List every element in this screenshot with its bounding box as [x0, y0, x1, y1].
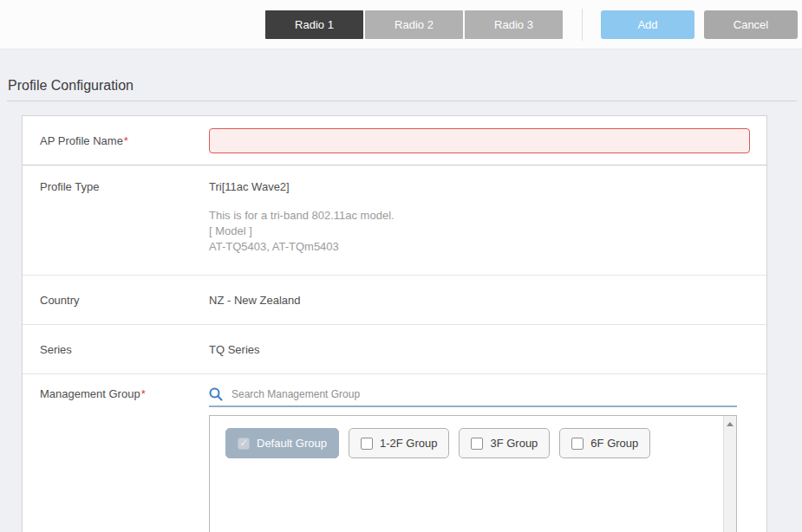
management-group-cell: Default Group 1-2F Group 3F Group 6F Gro… [209, 387, 737, 532]
management-group-listbox: Default Group 1-2F Group 3F Group 6F Gro… [209, 415, 737, 532]
group-option-label: 3F Group [490, 437, 538, 450]
radio-tab-group: Radio 1 Radio 2 Radio 3 [265, 10, 563, 39]
row-country: Country NZ - New Zealand [23, 276, 766, 325]
checkbox-icon [471, 438, 483, 450]
description-line: This is for a tri-band 802.11ac model. [209, 208, 766, 224]
group-option-label: Default Group [257, 437, 327, 450]
scrollbar[interactable] [723, 416, 736, 532]
checkbox-icon [361, 438, 373, 450]
group-option-default-group[interactable]: Default Group [225, 428, 339, 458]
profile-type-description: This is for a tri-band 802.11ac model. [… [209, 208, 766, 255]
country-value: NZ - New Zealand [209, 294, 766, 307]
checkbox-checked-icon [238, 438, 250, 450]
group-option-3f-group[interactable]: 3F Group [459, 428, 550, 458]
group-option-1-2f-group[interactable]: 1-2F Group [349, 428, 449, 458]
top-toolbar: Radio 1 Radio 2 Radio 3 Add Cancel [0, 0, 802, 49]
description-line: [ Model ] [209, 224, 766, 239]
page-title: Profile Configuration [8, 78, 134, 94]
search-icon [209, 387, 223, 401]
required-marker: * [124, 134, 128, 147]
group-option-label: 6F Group [590, 437, 638, 450]
title-divider [7, 101, 797, 101]
toolbar-divider [582, 9, 583, 41]
management-group-search-input[interactable] [231, 388, 700, 400]
ap-profile-name-label: AP Profile Name* [40, 134, 209, 147]
series-value: TQ Series [209, 343, 766, 356]
row-ap-profile-name: AP Profile Name* [23, 116, 766, 165]
group-option-label: 1-2F Group [380, 437, 437, 450]
checkbox-icon [571, 438, 584, 450]
row-management-group: Management Group* Default Group 1-2F Gro… [23, 374, 766, 532]
country-label: Country [40, 294, 209, 307]
group-option-6f-group[interactable]: 6F Group [559, 428, 650, 458]
tab-radio-3[interactable]: Radio 3 [465, 10, 563, 39]
cancel-button[interactable]: Cancel [704, 10, 798, 39]
description-line: AT-TQ5403, AT-TQm5403 [209, 239, 766, 255]
row-series: Series TQ Series [23, 325, 766, 374]
ap-profile-name-cell [209, 128, 766, 153]
management-group-search [209, 387, 737, 407]
series-label: Series [40, 343, 209, 356]
profile-configuration-panel: AP Profile Name* Profile Type Tri[11ac W… [22, 115, 767, 532]
management-group-label: Management Group* [40, 387, 209, 532]
label-text: AP Profile Name [40, 134, 123, 147]
ap-profile-name-input[interactable] [209, 128, 750, 153]
profile-type-cell: Tri[11ac Wave2] This is for a tri-band 8… [209, 180, 766, 275]
tab-radio-2[interactable]: Radio 2 [365, 10, 463, 39]
label-text: Management Group [40, 387, 140, 400]
tab-radio-1[interactable]: Radio 1 [265, 10, 363, 39]
profile-type-value: Tri[11ac Wave2] [209, 180, 766, 193]
profile-type-label: Profile Type [40, 180, 209, 275]
row-profile-type: Profile Type Tri[11ac Wave2] This is for… [23, 165, 766, 276]
add-button[interactable]: Add [601, 10, 694, 39]
required-marker: * [141, 387, 146, 400]
scroll-up-arrow-icon[interactable] [727, 422, 734, 426]
